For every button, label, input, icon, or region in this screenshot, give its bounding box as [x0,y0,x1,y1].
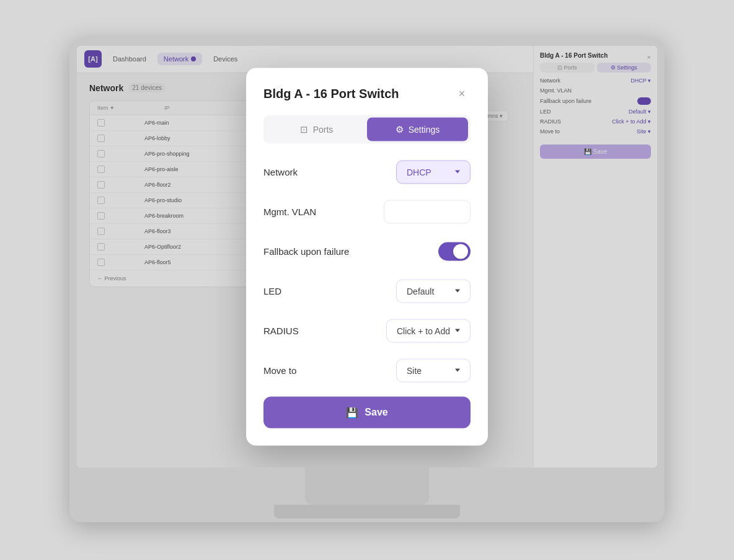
modal-title: Bldg A - 16 Port Switch [263,87,399,101]
chevron-down-icon [455,369,460,372]
radius-value: Click + to Add [397,326,450,336]
led-label: LED [263,286,281,296]
tab-ports-label: Ports [313,124,334,134]
move-to-value: Site [407,365,422,375]
toggle-thumb [453,244,468,259]
tab-settings-label: Settings [409,124,440,134]
modal-save-button[interactable]: 💾 Save [263,396,471,428]
app-background: [A] Dashboard Network Devices 🔔 Corp Off… [77,46,657,468]
field-fallback: Fallback upon failure [263,238,471,265]
monitor-icon: ⊡ [300,123,308,135]
led-value: Default [407,286,434,296]
monitor: [A] Dashboard Network Devices 🔔 Corp Off… [69,38,665,522]
radius-dropdown[interactable]: Click + to Add [386,319,471,342]
move-to-dropdown[interactable]: Site [396,358,471,382]
network-label: Network [263,167,298,177]
modal-header: Bldg A - 16 Port Switch × [263,85,471,102]
modal-close-button[interactable]: × [453,85,471,102]
field-network: Network DHCP [263,158,471,185]
chevron-down-icon [455,329,460,332]
save-icon: 💾 [346,406,358,418]
network-value: DHCP [407,167,431,177]
tab-ports-button[interactable]: ⊡ Ports [266,117,367,141]
field-move-to: Move to Site [263,357,471,384]
fallback-label: Fallback upon failure [263,246,349,257]
modal-tab-switcher: ⊡ Ports ⚙ Settings [263,115,471,143]
mgmt-vlan-label: Mgmt. VLAN [263,207,316,217]
tab-settings-button[interactable]: ⚙ Settings [367,117,468,141]
monitor-base [274,505,460,518]
radius-label: RADIUS [263,326,299,336]
chevron-down-icon [455,290,460,293]
field-radius: RADIUS Click + to Add [263,317,471,344]
mgmt-vlan-input[interactable] [384,200,471,223]
fallback-toggle[interactable] [438,242,471,260]
modal-dialog: Bldg A - 16 Port Switch × ⊡ Ports ⚙ Sett… [246,68,488,445]
monitor-screen: [A] Dashboard Network Devices 🔔 Corp Off… [77,46,657,468]
led-dropdown[interactable]: Default [396,279,471,303]
gear-icon: ⚙ [396,123,404,135]
move-to-label: Move to [263,365,296,376]
monitor-stand [305,468,429,505]
chevron-down-icon [455,171,460,174]
network-dropdown[interactable]: DHCP [396,160,471,184]
save-label: Save [365,407,387,418]
field-led: LED Default [263,277,471,304]
field-mgmt-vlan: Mgmt. VLAN [263,198,471,225]
